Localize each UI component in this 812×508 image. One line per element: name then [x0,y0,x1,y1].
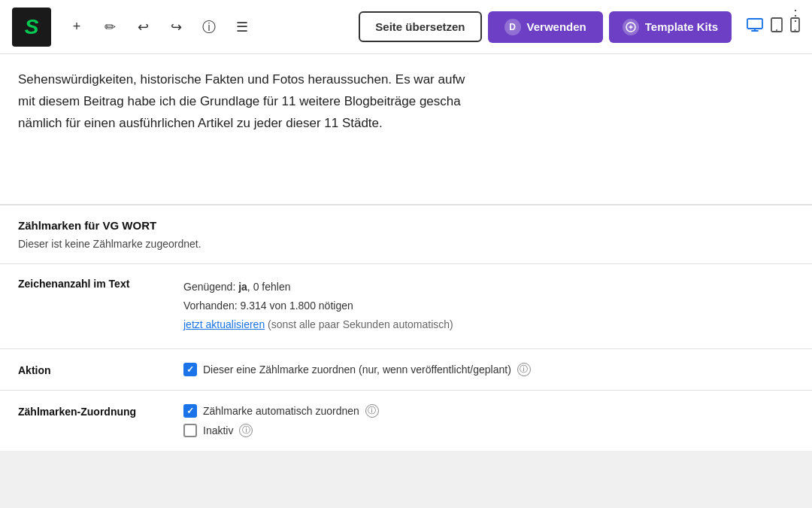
verwenden-button[interactable]: D Verwenden [488,11,603,43]
tablet-icon[interactable] [771,17,783,36]
jetzt-aktualisieren-link[interactable]: jetzt aktualisieren [183,318,265,330]
zuordnung-label: Zählmarken-Zuordnung [18,404,183,418]
content-text-1: Sehenswürdigkeiten, historische Fakten u… [18,72,465,87]
svg-rect-1 [747,19,762,29]
svg-point-5 [795,29,796,31]
aktion-info-icon[interactable]: ⓘ [517,363,531,376]
aktion-checkbox[interactable] [183,363,197,376]
template-kits-button[interactable]: Template Kits [609,11,732,43]
aktion-label: Aktion [18,363,183,376]
zeichenanzahl-label: Zeichenanzahl im Text [18,278,183,335]
toolbar: S + ✏ ↩ ↪ ⓘ ☰ Seite übersetzen D Verwend… [0,0,812,54]
more-options-button[interactable]: ⋮ [788,6,804,24]
undo-button[interactable]: ↩ [129,14,156,41]
zuordnung-option2-checkbox[interactable] [183,424,197,437]
genugend-suffix: , 0 fehlen [247,281,291,293]
vg-wort-section: Zählmarken für VG WORT Dieser ist keine … [0,205,812,263]
svg-point-3 [776,29,777,31]
zuordnung-option1-text: Zählmarke automatisch zuordnen [203,405,359,417]
aktion-section: Aktion Dieser eine Zählmarke zuordnen (n… [0,348,812,390]
desktop-icon[interactable] [747,18,763,35]
zeichenanzahl-line1: Genügend: ja, 0 fehlen [183,278,453,297]
menu-button[interactable]: ☰ [229,14,256,41]
vg-wort-subtitle: Dieser ist keine Zählmarke zugeordnet. [18,238,794,250]
editor-content: Sehenswürdigkeiten, historische Fakten u… [0,54,812,205]
zuordnung-option2-info-icon[interactable]: ⓘ [239,424,253,437]
zuordnung-option1-checkbox[interactable] [183,404,197,418]
zuordnung-options: Zählmarke automatisch zuordnen ⓘ Inaktiv… [183,404,379,437]
zuordnung-option1-info-icon[interactable]: ⓘ [365,404,379,418]
seite-uebersetzen-button[interactable]: Seite übersetzen [359,11,481,42]
zuordnung-option2-text: Inaktiv [203,424,233,437]
info-button[interactable]: ⓘ [195,14,223,41]
content-text-3: nämlich für einen ausführlichen Artikel … [18,116,383,130]
zeichenanzahl-line3: jetzt aktualisieren (sonst alle paar Sek… [183,315,453,334]
aktion-text: Dieser eine Zählmarke zuordnen (nur, wen… [203,364,511,376]
template-kits-icon [623,19,639,35]
add-button[interactable]: + [63,14,90,41]
zuordnung-option2: Inaktiv ⓘ [183,424,379,437]
template-kits-label: Template Kits [645,20,718,33]
zuordnung-section: Zählmarken-Zuordnung Zählmarke automatis… [0,390,812,451]
content-text-2: mit diesem Beitrag habe ich die Grundlag… [18,94,461,108]
vg-wort-title: Zählmarken für VG WORT [18,219,794,232]
pencil-button[interactable]: ✏ [96,14,123,41]
verwenden-icon: D [504,19,521,35]
zeichenanzahl-line2: Vorhanden: 9.314 von 1.800 nötigen [183,297,453,315]
zeichenanzahl-section: Zeichenanzahl im Text Genügend: ja, 0 fe… [0,263,812,348]
content-paragraph: Sehenswürdigkeiten, historische Fakten u… [18,69,794,135]
logo-letter: S [25,15,39,39]
genugend-bold: ja [238,281,247,293]
redo-button[interactable]: ↪ [162,14,189,41]
zuordnung-option1: Zählmarke automatisch zuordnen ⓘ [183,404,379,418]
genugend-prefix: Genügend: [183,281,238,293]
aktualisieren-suffix: (sonst alle paar Sekunden automatisch) [265,318,453,330]
verwenden-label: Verwenden [527,20,586,33]
logo: S [12,8,51,47]
aktion-content: Dieser eine Zählmarke zuordnen (nur, wen… [183,363,531,376]
vg-wort-panel: Zählmarken für VG WORT Dieser ist keine … [0,205,812,451]
zeichenanzahl-values: Genügend: ja, 0 fehlen Vorhanden: 9.314 … [183,278,453,335]
